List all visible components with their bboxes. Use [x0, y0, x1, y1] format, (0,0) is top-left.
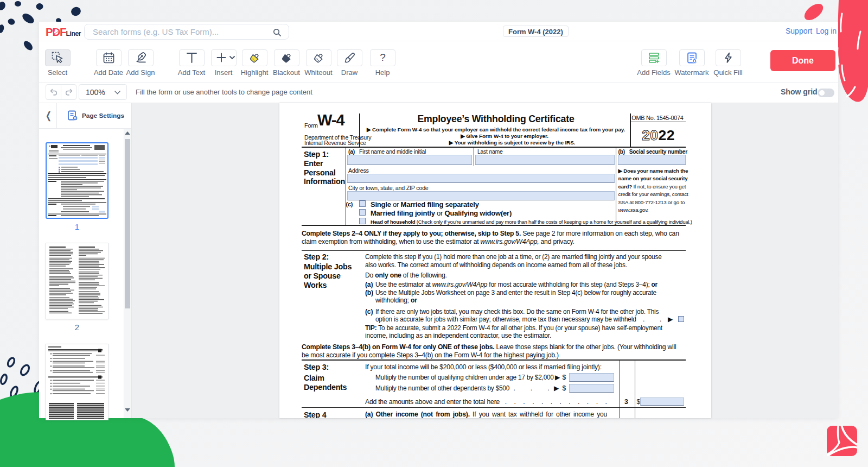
svg-text:?: ? [380, 52, 386, 63]
